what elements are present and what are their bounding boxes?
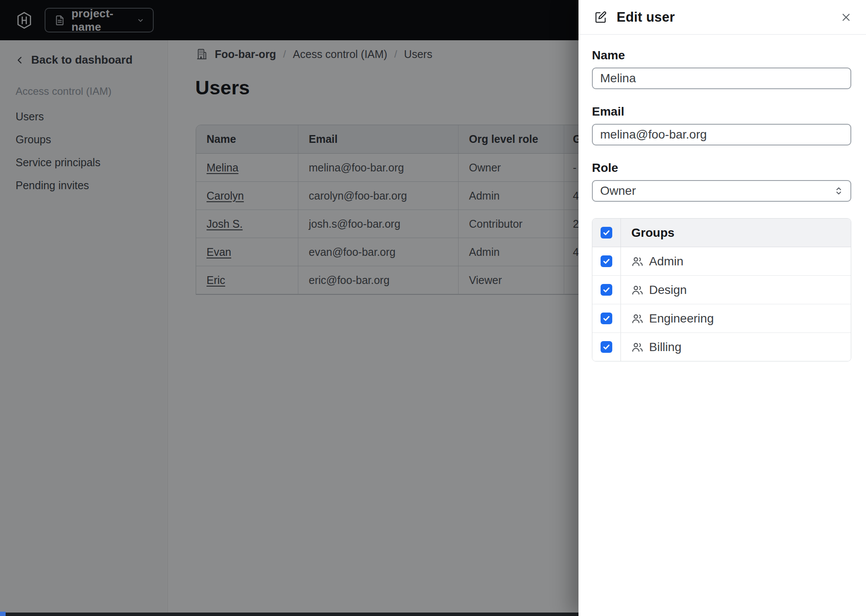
name-field-label: Name (592, 48, 851, 62)
select-stepper-icon (833, 185, 844, 197)
checkmark-icon (602, 286, 611, 294)
group-row-engineering: Engineering (592, 304, 851, 333)
groups-header-label: Groups (631, 226, 675, 240)
group-label: Design (649, 283, 687, 297)
group-row-admin: Admin (592, 247, 851, 276)
groups-card: Groups Admin (592, 218, 851, 361)
role-field-label: Role (592, 161, 851, 175)
group-checkbox[interactable] (601, 341, 612, 353)
checkmark-icon (602, 257, 611, 265)
edit-pencil-square-icon (594, 11, 607, 24)
corner-accent (0, 612, 6, 616)
checkmark-icon (602, 343, 611, 351)
group-checkbox[interactable] (601, 255, 612, 267)
group-checkbox[interactable] (601, 284, 612, 296)
close-icon[interactable] (837, 8, 856, 27)
checkmark-icon (602, 314, 611, 323)
group-checkbox[interactable] (601, 313, 612, 324)
email-field-label: Email (592, 105, 851, 119)
edit-user-drawer: Edit user Name Email Role Owner (578, 0, 866, 616)
group-label: Billing (649, 340, 682, 354)
group-label: Engineering (649, 312, 714, 326)
role-select[interactable]: Owner (592, 180, 851, 202)
drawer-title: Edit user (617, 10, 675, 25)
role-select-value: Owner (600, 184, 636, 198)
users-group-icon (631, 284, 643, 296)
group-row-billing: Billing (592, 333, 851, 361)
email-field[interactable] (592, 124, 851, 145)
users-group-icon (631, 313, 643, 325)
users-group-icon (631, 341, 643, 353)
groups-select-all-checkbox[interactable] (601, 227, 612, 239)
drawer-body: Name Email Role Owner (578, 48, 866, 361)
name-field[interactable] (592, 68, 851, 89)
checkmark-icon (602, 229, 611, 237)
app-root: project-name Back to dashboard Access co… (0, 0, 866, 616)
groups-header-row: Groups (592, 219, 851, 247)
users-group-icon (631, 255, 643, 268)
drawer-header: Edit user (578, 0, 866, 35)
group-row-design: Design (592, 276, 851, 304)
modal-overlay[interactable] (0, 0, 578, 616)
group-label: Admin (649, 255, 683, 268)
